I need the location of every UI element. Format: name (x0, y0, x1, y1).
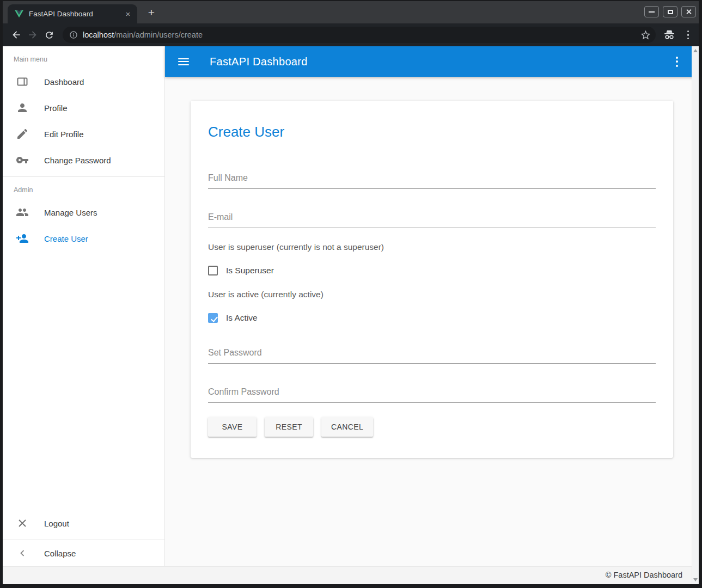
person-add-icon (16, 232, 29, 245)
browser-tab[interactable]: FastAPI Dashboard × (8, 4, 137, 23)
sidebar-item-collapse[interactable]: Collapse (3, 540, 164, 566)
sidebar-item-label: Dashboard (44, 77, 84, 87)
browser-window: FastAPI Dashboard × + localho (0, 0, 702, 588)
tab-title: FastAPI Dashboard (29, 10, 123, 18)
email-field (208, 212, 656, 228)
close-icon (16, 517, 29, 530)
sidebar-item-dashboard[interactable]: Dashboard (3, 69, 164, 95)
vertical-scrollbar[interactable] (692, 46, 699, 584)
main-area: FastAPI Dashboard Create User (165, 46, 699, 566)
sidebar: Main menu Dashboard Profile (3, 46, 165, 566)
maximize-icon (668, 10, 673, 14)
forward-icon (27, 29, 38, 40)
close-icon (686, 9, 692, 15)
checkbox-checked-icon[interactable] (208, 313, 218, 323)
back-icon (11, 29, 22, 40)
scroll-down-icon[interactable] (693, 578, 698, 581)
person-icon (16, 101, 29, 114)
key-icon (16, 154, 29, 167)
browser-toolbar: localhost/main/admin/users/create (3, 23, 699, 46)
page-title: Create User (208, 124, 656, 140)
password-field (208, 348, 656, 364)
superuser-hint: User is superuser (currently is not a su… (208, 242, 656, 252)
minimize-button[interactable] (644, 6, 659, 17)
confirm-password-field (208, 387, 656, 403)
sidebar-item-label: Logout (44, 519, 69, 528)
reload-icon (44, 30, 54, 40)
dashboard-icon (16, 75, 29, 88)
incognito-icon (663, 29, 675, 40)
sidebar-item-label: Profile (44, 103, 68, 113)
url-text[interactable]: localhost/main/admin/users/create (83, 30, 640, 39)
sidebar-item-label: Collapse (44, 549, 76, 558)
scroll-up-icon[interactable] (693, 49, 698, 52)
cancel-button[interactable]: CANCEL (321, 417, 373, 437)
sidebar-item-create-user[interactable]: Create User (3, 225, 164, 252)
active-hint: User is active (currently active) (208, 290, 656, 299)
people-icon (16, 206, 29, 219)
confirm-password-input[interactable] (208, 387, 656, 403)
checkbox-label: Is Active (226, 313, 258, 323)
vue-logo-icon (15, 10, 23, 18)
chevron-left-icon (16, 547, 29, 560)
is-superuser-checkbox-row[interactable]: Is Superuser (208, 266, 656, 275)
save-button[interactable]: SAVE (208, 417, 257, 437)
page-content: Create User User is superuser (currently… (165, 77, 699, 566)
form-actions: SAVE RESET CANCEL (208, 417, 656, 437)
forward-button[interactable] (25, 27, 41, 43)
sidebar-item-label: Change Password (44, 156, 111, 165)
maximize-button[interactable] (663, 6, 677, 17)
star-icon[interactable] (640, 29, 651, 41)
tab-close-icon[interactable]: × (123, 9, 133, 19)
app-viewport: Main menu Dashboard Profile (3, 46, 699, 584)
sidebar-section-label: Admin (3, 177, 164, 199)
sidebar-item-change-password[interactable]: Change Password (3, 147, 164, 173)
sidebar-item-label: Manage Users (44, 208, 97, 217)
browser-menu-button[interactable] (684, 30, 693, 40)
window-controls (644, 6, 696, 17)
email-input[interactable] (208, 212, 656, 228)
sidebar-item-manage-users[interactable]: Manage Users (3, 199, 164, 225)
pencil-icon (16, 127, 29, 140)
checkbox-unchecked-icon[interactable] (208, 266, 218, 275)
sidebar-item-label: Edit Profile (44, 130, 84, 139)
sidebar-item-label: Create User (44, 234, 88, 243)
hamburger-menu-icon[interactable] (178, 56, 189, 68)
reset-button[interactable]: RESET (265, 417, 313, 437)
footer-copyright: © FastAPI Dashboard (3, 566, 699, 584)
sidebar-item-logout[interactable]: Logout (3, 510, 164, 536)
full-name-field (208, 173, 656, 189)
minimize-icon (649, 11, 655, 13)
reload-button[interactable] (41, 27, 57, 43)
full-name-input[interactable] (208, 173, 656, 189)
sidebar-item-profile[interactable]: Profile (3, 95, 164, 121)
address-bar[interactable]: localhost/main/admin/users/create (63, 27, 656, 43)
create-user-card: Create User User is superuser (currently… (191, 101, 673, 458)
new-tab-button[interactable]: + (144, 5, 159, 20)
tab-strip: FastAPI Dashboard × + (3, 1, 699, 23)
checkbox-label: Is Superuser (226, 266, 274, 275)
sidebar-section-label: Main menu (3, 46, 164, 69)
is-active-checkbox-row[interactable]: Is Active (208, 313, 656, 323)
password-input[interactable] (208, 348, 656, 364)
info-icon[interactable] (69, 30, 78, 39)
back-button[interactable] (8, 27, 25, 43)
app-header: FastAPI Dashboard (165, 46, 699, 77)
close-window-button[interactable] (681, 6, 696, 17)
app-menu-button[interactable] (672, 54, 682, 69)
sidebar-item-edit-profile[interactable]: Edit Profile (3, 121, 164, 147)
app-title: FastAPI Dashboard (210, 56, 672, 68)
